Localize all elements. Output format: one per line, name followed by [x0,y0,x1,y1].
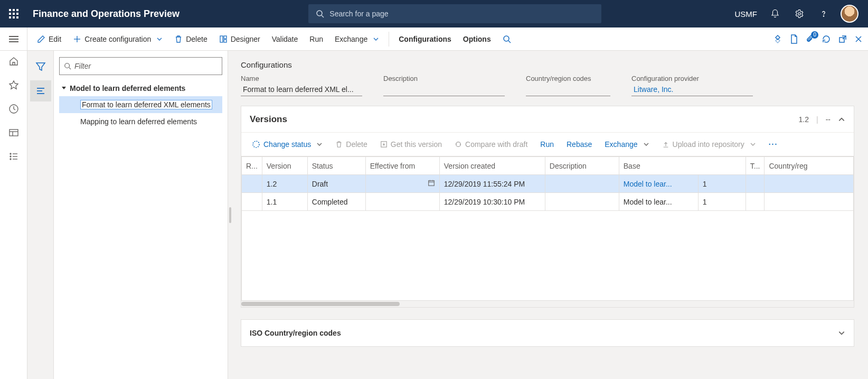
tree-panel: Filter Model to learn deferred elements … [54,51,228,379]
list-pane-button[interactable] [30,80,51,101]
global-header: Finance and Operations Preview Search fo… [0,0,868,27]
close-button[interactable] [854,35,863,43]
user-avatar[interactable] [841,5,858,23]
svg-point-29 [253,141,259,147]
cell[interactable]: Model to lear... [619,175,698,193]
exchange-button[interactable]: Exchange [329,27,384,51]
tree-child-label: Mapping to learn deferred elements [80,117,197,126]
current-version: 1.2 [799,115,809,124]
date-picker-cell[interactable] [365,175,439,193]
options-tab[interactable]: Options [458,27,496,51]
name-field[interactable]: Format to learn deferred XML el... [241,82,362,96]
version-exchange-button[interactable]: Exchange [599,133,654,156]
edit-button[interactable]: Edit [32,27,67,51]
recent-button[interactable] [8,104,19,116]
page-info-button[interactable] [790,34,798,44]
col-created[interactable]: Version created [439,157,545,175]
chevron-down-icon [373,36,379,42]
tree-child[interactable]: Mapping to learn deferred elements [59,113,222,130]
company-picker[interactable]: USMF [731,10,762,19]
search-icon [316,10,324,18]
col-r[interactable]: R... [242,157,262,175]
change-status-button[interactable]: Change status [247,133,328,156]
version-delete-button[interactable]: Delete [330,133,372,156]
create-configuration-button[interactable]: Create configuration [68,27,168,51]
svg-rect-8 [224,40,227,42]
overflow-button[interactable]: ··· [763,133,784,156]
find-button[interactable] [497,27,516,51]
col-desc[interactable]: Description [545,157,619,175]
cell: 1.1 [262,193,307,211]
configurations-tab[interactable]: Configurations [393,27,457,51]
attachments-button[interactable]: 0 [806,34,814,44]
pencil-icon [37,35,45,43]
chevron-down-icon [750,141,756,147]
star-icon [8,80,19,90]
help-button[interactable] [813,0,834,27]
table-row[interactable]: 1.1Completed12/29/2019 10:30:10 PMModel … [242,193,854,211]
validate-button[interactable]: Validate [267,27,304,51]
version-delete-label: Delete [346,140,367,149]
modules-button[interactable] [8,151,19,163]
col-eff[interactable]: Effective from [365,157,439,175]
run-button[interactable]: Run [304,27,328,51]
app-launcher-button[interactable] [0,0,27,27]
cell: 1.2 [262,175,307,193]
change-status-label: Change status [263,140,311,149]
status-icon [252,140,260,149]
form-toolbar [27,51,54,379]
popout-icon [838,35,847,43]
search-icon [64,62,71,70]
version-run-label: Run [540,140,554,149]
col-version[interactable]: Version [262,157,307,175]
notifications-button[interactable] [765,0,786,27]
version-run-button[interactable]: Run [535,133,559,156]
svg-point-9 [504,36,509,41]
delete-label: Delete [186,35,207,43]
cell [242,193,262,211]
related-info-button[interactable] [773,34,782,44]
col-status[interactable]: Status [307,157,365,175]
list-icon [8,151,19,162]
get-version-button[interactable]: Get this version [375,133,447,156]
get-version-label: Get this version [391,140,442,149]
provider-link[interactable]: Litware, Inc. [631,82,753,96]
global-search[interactable]: Search for a page [308,4,601,23]
refresh-button[interactable] [822,34,831,44]
settings-button[interactable] [789,0,810,27]
rebase-button[interactable]: Rebase [561,133,597,156]
popout-button[interactable] [838,35,847,43]
iso-card[interactable]: ISO Country/region codes [241,319,854,347]
filter-pane-button[interactable] [30,56,51,77]
col-t[interactable]: T... [746,157,765,175]
col-cr[interactable]: Country/reg [765,157,854,175]
chevron-up-icon[interactable] [838,116,845,123]
favorites-button[interactable] [8,80,19,92]
nav-toggle[interactable] [0,27,27,51]
splitter[interactable] [228,51,232,379]
grid-scrollbar[interactable] [241,301,854,307]
workspaces-button[interactable] [8,127,19,140]
clock-icon [8,104,19,114]
upload-button[interactable]: Upload into repository [657,133,761,156]
exchange-label: Exchange [335,35,367,43]
compare-button[interactable]: Compare with draft [449,133,533,156]
tree-filter-input[interactable]: Filter [59,57,222,75]
description-field[interactable] [383,82,505,96]
cell [765,193,854,211]
crc-label: Country/region codes [526,75,610,82]
crc-field[interactable] [526,82,610,96]
table-row[interactable]: 1.2Draft12/29/2019 11:55:24 PMModel to l… [242,175,854,193]
tree-root[interactable]: Model to learn deferred elements [59,80,222,96]
delete-button[interactable]: Delete [169,27,212,51]
nav-rail [0,51,27,379]
home-button[interactable] [8,56,19,68]
provider-label: Configuration provider [631,75,753,82]
search-icon [503,35,511,43]
svg-line-1 [322,15,324,17]
designer-button[interactable]: Designer [214,27,266,51]
tree-child[interactable]: Format to learn deferred XML elements [59,96,222,113]
filter-placeholder: Filter [74,62,91,70]
col-base[interactable]: Base [619,157,746,175]
svg-rect-31 [429,181,435,186]
